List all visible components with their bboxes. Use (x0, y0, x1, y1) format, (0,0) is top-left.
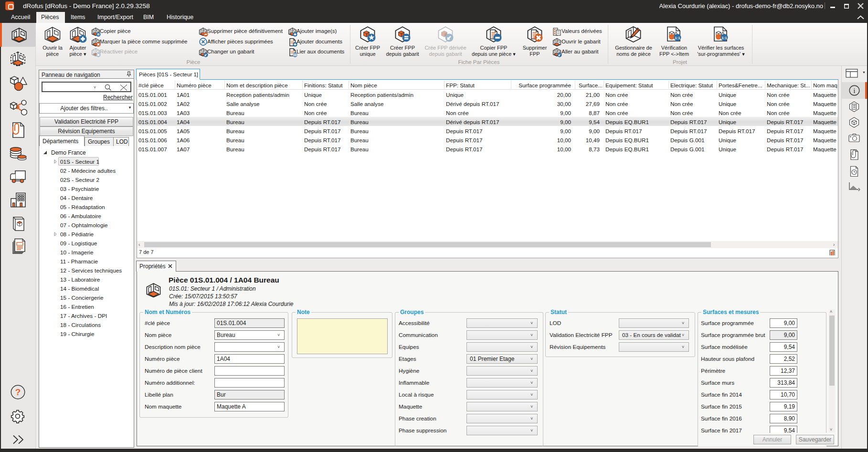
svg-text:★: ★ (368, 33, 375, 42)
svg-text:i: i (854, 87, 856, 95)
svg-text:1:1: 1:1 (675, 36, 680, 40)
svg-text:1:1: 1:1 (721, 36, 727, 40)
svg-text:?: ? (15, 387, 21, 397)
